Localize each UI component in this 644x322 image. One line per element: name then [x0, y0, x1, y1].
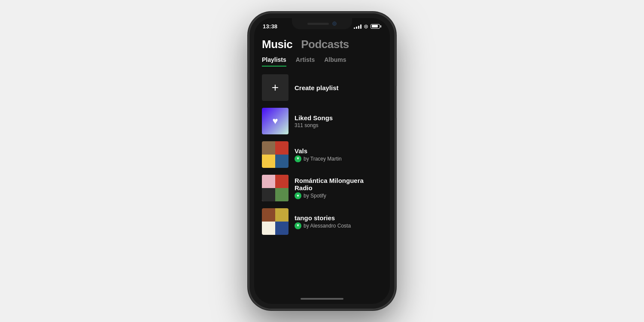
- home-bar: [301, 298, 343, 300]
- heart-icon: ♥: [272, 115, 278, 127]
- sub-tabs: Playlists Artists Albums: [262, 53, 382, 67]
- volume-mute-button: [247, 60, 249, 73]
- volume-down-button: [247, 107, 249, 131]
- playlist-meta: ▼ by Spotify: [295, 192, 382, 199]
- playlist-info: Liked Songs 311 songs: [295, 114, 382, 128]
- list-item[interactable]: Romántica Milonguera Radio ▼ by Spotify: [262, 171, 382, 205]
- playlist-title: Create playlist: [295, 84, 382, 91]
- playlist-info: Vals ▼ by Tracey Martin: [295, 147, 382, 162]
- playlist-subtitle: 311 songs: [295, 122, 382, 128]
- download-badge: ▼: [295, 222, 301, 229]
- subtab-artists[interactable]: Artists: [296, 56, 315, 67]
- tab-podcasts[interactable]: Podcasts: [301, 38, 349, 51]
- list-item[interactable]: Vals ▼ by Tracey Martin: [262, 138, 382, 171]
- home-indicator: [254, 294, 390, 304]
- tab-music[interactable]: Music: [262, 38, 292, 51]
- plus-icon: +: [272, 81, 279, 94]
- romantica-thumb: [262, 175, 289, 201]
- phone-device: 13:38 ⊛ Music: [249, 13, 395, 309]
- download-icon: ▼: [296, 224, 300, 228]
- list-item[interactable]: ♥ Liked Songs 311 songs: [262, 104, 382, 138]
- playlist-info: Create playlist: [295, 84, 382, 91]
- subtab-albums[interactable]: Albums: [324, 56, 346, 67]
- speaker: [307, 23, 329, 25]
- create-playlist-thumb: +: [262, 74, 289, 101]
- status-icons: ⊛: [354, 23, 381, 30]
- download-icon: ▼: [296, 194, 300, 198]
- playlist-info: Romántica Milonguera Radio ▼ by Spotify: [295, 177, 382, 199]
- list-item[interactable]: tango stories ▼ by Alessandro Costa: [262, 205, 382, 238]
- main-content: Music Podcasts Playlists Artists Albums …: [254, 34, 390, 294]
- liked-songs-thumb: ♥: [262, 108, 289, 134]
- vals-thumb: [262, 141, 289, 168]
- playlist-list: + Create playlist ♥ Liked Songs 311 song…: [262, 71, 382, 294]
- front-camera: [332, 21, 337, 26]
- playlist-by: by Tracey Martin: [304, 156, 342, 162]
- playlist-by: by Spotify: [304, 193, 326, 199]
- playlist-title: Liked Songs: [295, 114, 382, 122]
- playlist-title: Romántica Milonguera Radio: [295, 177, 382, 191]
- playlist-by: by Alessandro Costa: [304, 223, 351, 229]
- wifi-icon: ⊛: [364, 23, 368, 30]
- playlist-meta: ▼ by Alessandro Costa: [295, 222, 382, 229]
- battery-icon: [371, 24, 381, 29]
- playlist-info: tango stories ▼ by Alessandro Costa: [295, 214, 382, 229]
- subtab-playlists[interactable]: Playlists: [262, 56, 286, 67]
- playlist-meta: ▼ by Tracey Martin: [295, 155, 382, 162]
- notch: [292, 18, 352, 29]
- power-button: [395, 86, 397, 118]
- playlist-title: Vals: [295, 147, 382, 155]
- list-item[interactable]: + Create playlist: [262, 71, 382, 104]
- volume-up-button: [247, 79, 249, 103]
- status-time: 13:38: [263, 23, 277, 30]
- download-badge: ▼: [295, 155, 301, 162]
- signal-icon: [354, 24, 361, 29]
- phone-screen: 13:38 ⊛ Music: [254, 18, 390, 304]
- download-icon: ▼: [296, 157, 300, 161]
- header-tabs: Music Podcasts: [262, 34, 382, 53]
- tango-thumb: [262, 208, 289, 235]
- download-badge: ▼: [295, 192, 301, 199]
- playlist-title: tango stories: [295, 214, 382, 222]
